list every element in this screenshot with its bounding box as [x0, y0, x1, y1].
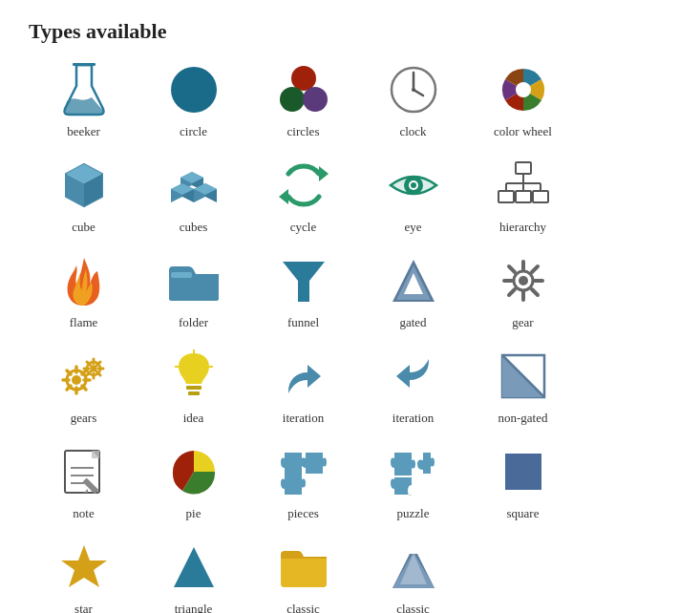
svg-line-51 [532, 266, 538, 272]
classic-folder-icon [275, 539, 332, 596]
svg-rect-28 [516, 162, 531, 174]
icon-item-flame: flame [29, 252, 138, 330]
svg-marker-96 [408, 544, 419, 554]
gear-icon [495, 252, 552, 309]
icon-item-star: star [29, 539, 138, 613]
idea-icon [165, 348, 223, 405]
icon-item-pie: pie [138, 443, 248, 521]
icon-item-non-gated: non-gated [468, 348, 578, 426]
circles-icon [275, 61, 332, 118]
svg-point-4 [303, 87, 328, 112]
funnel-icon [275, 252, 332, 309]
svg-rect-73 [186, 386, 202, 390]
eye-icon [385, 157, 442, 214]
icon-item-iteration-2: iteration [358, 348, 468, 426]
icon-item-circles: circles [248, 61, 358, 139]
svg-rect-35 [516, 191, 531, 202]
folder-icon [165, 252, 223, 309]
icon-item-iteration-1: iteration [248, 348, 358, 426]
svg-marker-90 [61, 545, 107, 587]
icon-item-beeker: beeker [29, 61, 138, 139]
gated-icon [385, 252, 442, 309]
icon-item-puzzle: puzzle [358, 443, 468, 521]
svg-point-27 [411, 182, 416, 188]
svg-point-54 [72, 375, 81, 385]
icon-item-gears: gears [29, 348, 138, 426]
icon-item-hierarchy: hierarchy [468, 157, 578, 235]
circle-icon [165, 61, 223, 118]
classic-gated-icon [385, 539, 442, 596]
triangle-icon [165, 539, 223, 596]
icon-item-gear: gear [468, 252, 578, 330]
svg-rect-89 [505, 454, 541, 490]
icon-item-idea: idea [138, 348, 248, 426]
icon-item-classic-folder: classic folder [248, 539, 358, 613]
icon-item-circle: circle [138, 61, 248, 139]
svg-marker-23 [319, 166, 329, 181]
svg-line-49 [509, 266, 515, 272]
gears-icon [55, 348, 113, 405]
svg-point-9 [516, 82, 531, 97]
icon-item-square: square [468, 443, 578, 521]
svg-line-52 [509, 289, 515, 295]
star-icon [55, 539, 113, 596]
iteration-bottom-left-icon [385, 348, 442, 405]
svg-rect-38 [169, 274, 219, 301]
icon-item-color-wheel: color wheel [468, 61, 578, 139]
svg-rect-74 [188, 391, 200, 395]
icon-item-note: note [29, 443, 138, 521]
cube-icon [55, 157, 113, 214]
puzzle-icon [385, 443, 442, 500]
svg-rect-0 [73, 63, 95, 66]
beeker-icon [55, 61, 113, 118]
icon-item-eye: eye [358, 157, 468, 235]
svg-rect-34 [498, 191, 514, 202]
icon-item-triangle: triangle [138, 539, 248, 613]
flame-icon [55, 252, 113, 309]
iteration-top-right-icon [275, 348, 332, 405]
icon-grid: beeker circle circles [29, 61, 671, 613]
svg-point-3 [280, 87, 305, 112]
svg-point-2 [291, 66, 316, 91]
svg-marker-40 [283, 262, 325, 302]
pieces-icon [275, 443, 332, 500]
cubes-icon [165, 157, 223, 214]
svg-rect-36 [533, 191, 548, 202]
cycle-icon [275, 157, 332, 214]
page-title: Types available [29, 19, 671, 44]
svg-point-1 [171, 67, 217, 113]
icon-item-pieces: pieces [248, 443, 358, 521]
svg-point-44 [519, 276, 528, 285]
square-icon [495, 443, 552, 500]
icon-item-cycle: cycle [248, 157, 358, 235]
svg-marker-24 [279, 189, 288, 204]
icon-item-cube: cube [29, 157, 138, 235]
icon-item-folder: folder [138, 252, 248, 330]
icon-item-cubes: cubes [138, 157, 248, 235]
pie-icon [165, 443, 223, 500]
hierarchy-icon [495, 157, 552, 214]
non-gated-icon [495, 348, 552, 405]
icon-item-gated: gated [358, 252, 468, 330]
svg-marker-91 [174, 547, 214, 587]
color-wheel-icon [495, 61, 552, 118]
icon-item-clock: clock [358, 61, 468, 139]
clock-icon [385, 61, 442, 118]
note-icon [55, 443, 113, 500]
icon-item-classic-gated: classic gated [358, 539, 468, 613]
svg-line-50 [532, 289, 538, 295]
icon-item-funnel: funnel [248, 252, 358, 330]
svg-line-8 [414, 90, 423, 95]
svg-rect-39 [171, 272, 192, 278]
